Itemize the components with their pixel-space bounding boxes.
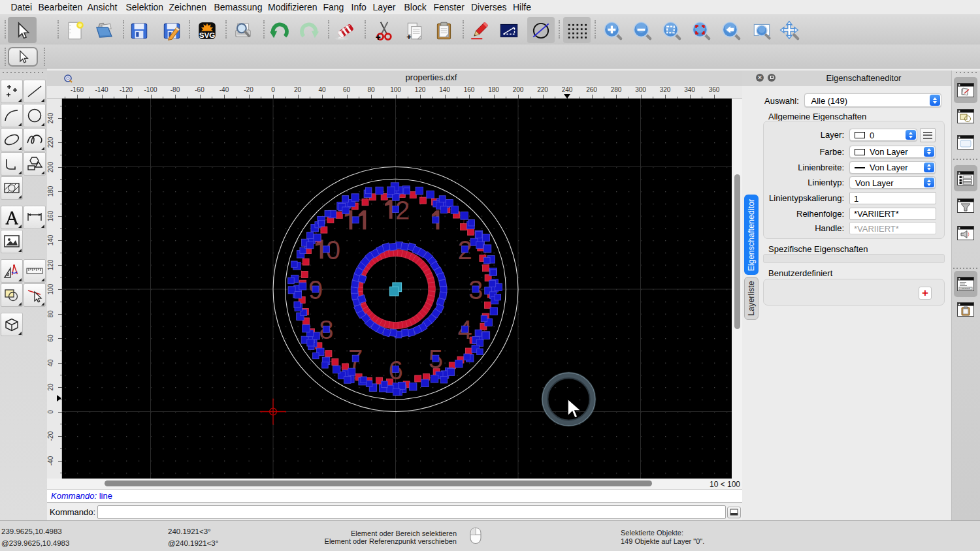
svg-text:+: + <box>406 32 411 42</box>
svg-text:SVG: SVG <box>199 31 216 39</box>
svg-text:+: + <box>376 32 381 42</box>
svg-text:command: command <box>960 287 970 290</box>
